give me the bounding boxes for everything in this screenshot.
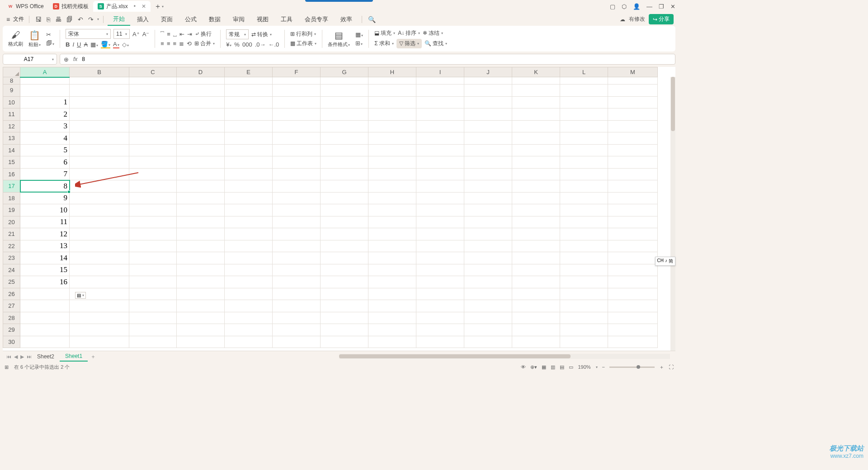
- cell[interactable]: [464, 300, 512, 312]
- cell[interactable]: 8: [20, 180, 70, 193]
- cell[interactable]: [177, 276, 225, 288]
- filter-button[interactable]: ▽ 筛选▾: [396, 39, 422, 48]
- cell[interactable]: [608, 336, 658, 348]
- cell[interactable]: [177, 228, 225, 240]
- cell[interactable]: [368, 276, 416, 288]
- cell[interactable]: [225, 264, 273, 276]
- cell[interactable]: [273, 288, 321, 300]
- align-middle-icon[interactable]: ≡: [167, 31, 170, 38]
- cell[interactable]: [368, 216, 416, 228]
- cell[interactable]: [273, 300, 321, 312]
- cell[interactable]: [416, 96, 464, 108]
- row-header[interactable]: 11: [3, 108, 20, 121]
- cell[interactable]: [560, 288, 608, 300]
- cell[interactable]: [368, 252, 416, 264]
- cell[interactable]: [129, 192, 177, 204]
- cell[interactable]: [416, 336, 464, 348]
- cell[interactable]: [177, 77, 225, 85]
- cell[interactable]: [321, 192, 368, 204]
- cell[interactable]: [416, 288, 464, 300]
- cell[interactable]: [368, 120, 416, 132]
- column-header[interactable]: H: [368, 67, 416, 77]
- cell[interactable]: [416, 192, 464, 204]
- column-header[interactable]: B: [70, 67, 129, 77]
- cell[interactable]: [321, 252, 368, 264]
- cell[interactable]: [177, 85, 225, 97]
- formula-bar[interactable]: ⊕ fx 8: [60, 54, 675, 65]
- cell[interactable]: [273, 324, 321, 336]
- cell[interactable]: [560, 156, 608, 169]
- cloud-status-icon[interactable]: ☁: [620, 16, 625, 23]
- cell[interactable]: [225, 240, 273, 252]
- cell[interactable]: [273, 144, 321, 156]
- cell[interactable]: [225, 216, 273, 228]
- sort-button[interactable]: A↓ 排序▾: [398, 29, 420, 37]
- cell[interactable]: [177, 132, 225, 145]
- cell[interactable]: 3: [20, 120, 70, 132]
- share-button[interactable]: ↪ 分享: [649, 14, 674, 24]
- cell[interactable]: [177, 204, 225, 216]
- menu-review[interactable]: 审阅: [227, 14, 250, 25]
- cell[interactable]: [560, 168, 608, 180]
- eye-icon[interactable]: 👁: [521, 364, 526, 370]
- cell-style-icon[interactable]: ▦▾: [355, 31, 363, 38]
- cell[interactable]: [608, 144, 658, 156]
- align-right-icon[interactable]: ≡: [173, 40, 177, 47]
- cell[interactable]: [416, 180, 464, 193]
- cell[interactable]: [177, 324, 225, 336]
- cell[interactable]: [512, 300, 560, 312]
- cell[interactable]: [368, 192, 416, 204]
- cell[interactable]: [608, 300, 658, 312]
- cell[interactable]: [177, 168, 225, 180]
- cell[interactable]: [321, 85, 368, 97]
- cell[interactable]: [416, 252, 464, 264]
- cell[interactable]: [368, 144, 416, 156]
- cell[interactable]: [225, 276, 273, 288]
- cell[interactable]: [70, 96, 129, 108]
- zoom-thumb[interactable]: [637, 365, 640, 369]
- snap-layouts-icon[interactable]: ▢: [610, 3, 615, 10]
- cell[interactable]: [70, 192, 129, 204]
- column-header[interactable]: M: [608, 67, 658, 77]
- row-header[interactable]: 12: [3, 120, 20, 132]
- align-left-icon[interactable]: ≡: [160, 40, 164, 47]
- copy-icon[interactable]: 🗐▾: [46, 40, 54, 47]
- row-header[interactable]: 9: [3, 85, 20, 97]
- row-header[interactable]: 22: [3, 240, 20, 252]
- strikethrough-icon[interactable]: A: [84, 41, 88, 48]
- fx-icon[interactable]: fx: [73, 56, 77, 62]
- qat-dropdown-icon[interactable]: ▾: [97, 17, 99, 21]
- cell[interactable]: [560, 144, 608, 156]
- row-header[interactable]: 24: [3, 264, 20, 276]
- cell[interactable]: [368, 96, 416, 108]
- cell[interactable]: [70, 168, 129, 180]
- cell[interactable]: [20, 324, 70, 336]
- cell[interactable]: [321, 204, 368, 216]
- cell[interactable]: [70, 180, 129, 193]
- column-header[interactable]: A: [20, 67, 70, 77]
- cell[interactable]: [321, 312, 368, 324]
- cell[interactable]: [464, 85, 512, 97]
- cell[interactable]: [368, 77, 416, 85]
- increase-indent-icon[interactable]: ⇥: [187, 31, 192, 38]
- cell[interactable]: [273, 264, 321, 276]
- add-sheet-button[interactable]: ＋: [90, 353, 96, 361]
- cell[interactable]: [416, 120, 464, 132]
- cell[interactable]: [464, 276, 512, 288]
- cell[interactable]: [129, 300, 177, 312]
- cell[interactable]: [129, 85, 177, 97]
- nav-last-icon[interactable]: ⏭: [27, 354, 32, 360]
- cell[interactable]: [464, 288, 512, 300]
- wrap-text-button[interactable]: ⤶ 换行: [195, 30, 212, 38]
- cell[interactable]: [273, 204, 321, 216]
- cell[interactable]: [416, 228, 464, 240]
- row-header[interactable]: 18: [3, 192, 20, 204]
- grid-table[interactable]: A B C D E F G H I J K L M 89101112123134…: [3, 67, 658, 348]
- rows-cols-button[interactable]: ⊞ 行和列▾: [290, 30, 316, 38]
- cell[interactable]: [464, 336, 512, 348]
- cell[interactable]: [321, 336, 368, 348]
- cell[interactable]: [177, 300, 225, 312]
- cell[interactable]: [416, 264, 464, 276]
- cell[interactable]: [416, 168, 464, 180]
- decrease-font-icon[interactable]: A⁻: [142, 31, 150, 38]
